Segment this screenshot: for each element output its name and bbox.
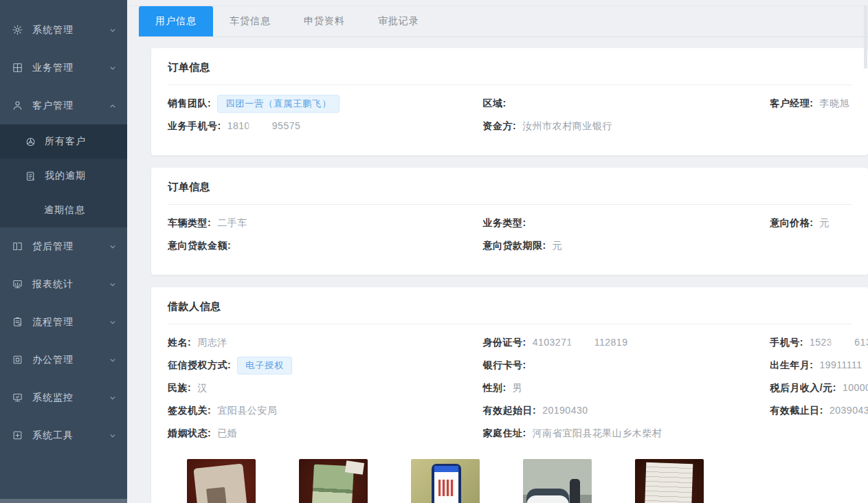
field-value: 19911111 xyxy=(820,359,863,370)
sidebar-item-label: 客户管理 xyxy=(32,100,108,112)
field-row: 意向贷款金额意向贷款期限元 xyxy=(168,234,868,257)
card-divider xyxy=(168,204,852,205)
sidebar-item-label: 系统管理 xyxy=(32,24,108,36)
field-label: 有效截止日 xyxy=(770,405,823,416)
sidebar-item-report-statistics[interactable]: 报表统计 xyxy=(0,265,127,303)
document-photo-item: 其他材料 xyxy=(635,459,704,503)
gear-icon xyxy=(12,24,23,36)
field-value-suffix: 6137 xyxy=(854,337,868,348)
field-label: 婚姻状态 xyxy=(168,427,211,438)
field: 有效截止日20390430 xyxy=(770,405,868,417)
field-tag[interactable]: 电子授权 xyxy=(237,357,292,375)
sidebar-item-my-overdue[interactable]: 我的逾期 xyxy=(0,159,127,193)
field: 业务类型 xyxy=(483,217,770,230)
tab-car-loan-info[interactable]: 车贷信息 xyxy=(213,6,287,36)
cards-container: 订单信息销售团队四团一营（直属王鹏飞）区域客户经理李晓旭业务手机号1810955… xyxy=(139,48,868,503)
field: 身份证号4103271112819 xyxy=(483,337,770,349)
overdue-icon xyxy=(25,170,36,182)
field-label: 家庭住址 xyxy=(483,427,526,438)
field: 民族汉 xyxy=(168,382,483,394)
field-label: 客户经理 xyxy=(770,98,813,109)
tab-user-info[interactable]: 用户信息 xyxy=(139,6,213,36)
sidebar-item-system-tools[interactable]: 系统工具 xyxy=(0,416,127,454)
field: 家庭住址河南省宜阳县花果山乡木柴村 xyxy=(483,427,770,440)
field-value: 宜阳县公安局 xyxy=(217,405,277,416)
id-card-photo[interactable] xyxy=(187,459,256,503)
field-label: 税后月收入/元 xyxy=(770,382,836,393)
field: 车辆类型二手车 xyxy=(168,217,483,230)
field: 有效起始日20190430 xyxy=(483,405,770,417)
monitor-icon xyxy=(12,392,23,403)
app-root: 系统管理业务管理客户管理所有客户我的逾期逾期信息贷后管理报表统计流程管理办公管理… xyxy=(0,0,868,503)
sidebar-item-label: 办公管理 xyxy=(32,354,108,366)
field-value: 20390430 xyxy=(830,405,868,416)
credit-auth-photo[interactable] xyxy=(411,459,480,503)
chevron-down-icon xyxy=(108,317,118,327)
book-icon xyxy=(12,241,23,252)
photo-shape xyxy=(570,479,580,503)
field-value-prefix: 1810 xyxy=(227,120,250,131)
field-label: 意向价格 xyxy=(770,217,813,228)
field-row: 民族汉性别男税后月收入/元10000 xyxy=(168,377,868,399)
field: 意向价格元 xyxy=(770,217,868,230)
tab-loan-application-docs[interactable]: 申贷资料 xyxy=(287,6,361,36)
field-row: 车辆类型二手车业务类型意向价格元 xyxy=(168,212,868,234)
id-card-photo-item: 本人照 xyxy=(187,459,256,503)
field: 出生年月19911111 xyxy=(770,359,868,372)
detail-tabs: 用户信息车贷信息申贷资料审批记录 xyxy=(139,6,868,37)
sidebar-nav: 系统管理业务管理客户管理所有客户我的逾期逾期信息贷后管理报表统计流程管理办公管理… xyxy=(0,0,127,454)
person-car-photo[interactable] xyxy=(523,459,592,503)
field-label: 银行卡号 xyxy=(483,359,526,370)
office-icon xyxy=(12,354,23,366)
scrollbar-thumb[interactable] xyxy=(864,5,867,69)
field: 征信授权方式电子授权 xyxy=(168,357,483,375)
sidebar-item-label: 报表统计 xyxy=(32,278,108,291)
field-value-suffix: 95575 xyxy=(272,120,300,131)
tab-approval-records[interactable]: 审批记录 xyxy=(361,6,436,36)
field-value-suffix: 112819 xyxy=(594,337,628,348)
sidebar-item-system-monitor[interactable]: 系统监控 xyxy=(0,379,127,416)
chevron-down-icon xyxy=(108,393,118,403)
sidebar-item-overdue-info[interactable]: 逾期信息 xyxy=(0,193,127,227)
field: 客户经理李晓旭 xyxy=(770,98,868,110)
redaction-mask xyxy=(251,120,271,131)
sidebar-item-post-loan-management[interactable]: 贷后管理 xyxy=(0,227,127,265)
field-label: 征信授权方式 xyxy=(168,359,231,370)
sidebar-item-process-management[interactable]: 流程管理 xyxy=(0,303,127,341)
field-label: 身份证号 xyxy=(483,337,526,348)
household-register-photo[interactable] xyxy=(299,459,368,503)
photo-shape xyxy=(345,460,364,475)
sidebar-collapse-bar[interactable] xyxy=(0,499,127,503)
field-value-prefix: 4103271 xyxy=(533,337,572,348)
sidebar-item-system-management[interactable]: 系统管理 xyxy=(0,11,127,49)
field-value: 李晓旭 xyxy=(820,98,850,109)
field-label: 资金方 xyxy=(483,120,517,131)
field: 资金方汝州市农村商业银行 xyxy=(483,120,770,133)
document-photo[interactable] xyxy=(635,459,704,503)
chevron-down-icon xyxy=(108,355,118,365)
field-value-prefix: 1523 xyxy=(810,337,832,348)
card-divider xyxy=(168,324,852,324)
sidebar-item-office-management[interactable]: 办公管理 xyxy=(0,341,127,379)
sidebar-item-customer-management[interactable]: 客户管理 xyxy=(0,87,127,124)
order-info-card: 订单信息销售团队四团一营（直属王鹏飞）区域客户经理李晓旭业务手机号1810955… xyxy=(151,48,868,155)
submenu-customer-management: 所有客户我的逾期逾期信息 xyxy=(0,124,127,227)
order-info-card-2: 订单信息车辆类型二手车业务类型意向价格元意向贷款金额意向贷款期限元 xyxy=(151,168,868,275)
sidebar-item-all-customers[interactable]: 所有客户 xyxy=(0,124,127,159)
workflow-icon xyxy=(12,316,23,328)
field-value: 男 xyxy=(513,382,523,393)
field-value: 元 xyxy=(820,217,830,228)
sidebar-item-label: 流程管理 xyxy=(32,316,108,328)
photo-shape xyxy=(526,489,569,503)
field: 意向贷款期限元 xyxy=(483,240,770,252)
field-tag[interactable]: 四团一营（直属王鹏飞） xyxy=(217,95,340,113)
field-value: 15236137 xyxy=(810,337,868,348)
field-value: 周志洋 xyxy=(197,337,227,348)
field: 业务手机号181095575 xyxy=(168,120,483,133)
person-car-photo-item: 人车合影 xyxy=(523,459,592,503)
field-value: 汝州市农村商业银行 xyxy=(522,120,612,131)
sidebar-item-business-management[interactable]: 业务管理 xyxy=(0,49,127,87)
field-value: 汉 xyxy=(197,382,208,393)
field-row: 姓名周志洋身份证号4103271112819手机号15236137 xyxy=(168,331,868,354)
field: 性别男 xyxy=(483,382,770,394)
